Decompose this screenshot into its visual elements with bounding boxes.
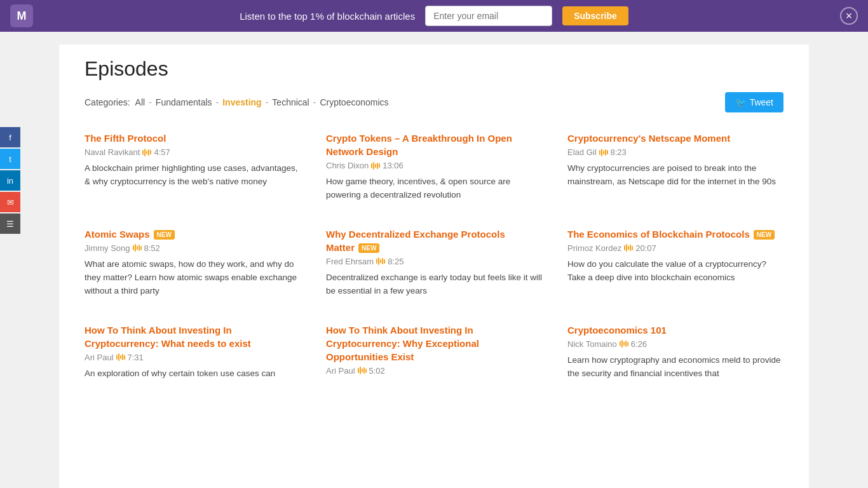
episode-meta: Naval Ravikant4:57	[85, 147, 301, 157]
close-banner-button[interactable]: ×	[840, 7, 858, 25]
episode-card: Cryptoeconomics 101Nick Tomaino6:26Learn…	[567, 323, 783, 381]
episode-meta: Elad Gil8:23	[567, 147, 783, 157]
episode-author: Naval Ravikant	[85, 147, 140, 157]
episode-description: An exploration of why certain token use …	[85, 367, 301, 381]
audio-icon	[116, 353, 125, 361]
bookmark-button[interactable]: ☰	[0, 214, 20, 234]
episode-card: Crypto Tokens – A Breakthrough In Open N…	[326, 132, 542, 202]
audio-icon	[599, 149, 608, 156]
tweet-label: Tweet	[750, 97, 773, 107]
episode-card: The Economics of Blockchain ProtocolsNEW…	[567, 227, 783, 298]
category-all[interactable]: All	[135, 97, 146, 107]
episodes-grid: The Fifth ProtocolNaval Ravikant4:57A bl…	[85, 132, 783, 381]
category-investing[interactable]: Investing	[222, 97, 261, 107]
episode-title[interactable]: The Fifth Protocol	[85, 132, 301, 145]
category-technical[interactable]: Technical	[272, 97, 309, 107]
tweet-button[interactable]: 🐦 Tweet	[725, 92, 783, 112]
episode-card: The Fifth ProtocolNaval Ravikant4:57A bl…	[85, 132, 301, 202]
episode-author: Jimmy Song	[85, 243, 130, 253]
subscribe-button[interactable]: Subscribe	[562, 6, 628, 25]
category-fundamentals[interactable]: Fundamentals	[156, 97, 212, 107]
episode-card: Why Decentralized Exchange Protocols Mat…	[326, 227, 542, 298]
categories-bar: Categories: All - Fundamentals - Investi…	[85, 92, 783, 112]
episode-meta: Fred Ehrsam8:25	[326, 257, 542, 266]
banner-text: Listen to the top 1% of blockchain artic…	[240, 11, 415, 22]
new-badge: NEW	[358, 243, 379, 253]
episode-author: Ari Paul	[326, 366, 355, 376]
episode-author: Fred Ehrsam	[326, 257, 374, 266]
episode-duration: 6:26	[631, 339, 647, 349]
episode-card: How To Think About Investing In Cryptocu…	[85, 323, 301, 381]
episode-description: A blockchain primer highlighting use cas…	[85, 162, 301, 189]
episode-title[interactable]: Atomic SwapsNEW	[85, 227, 301, 241]
episode-title[interactable]: How To Think About Investing In Cryptocu…	[85, 323, 301, 350]
new-badge: NEW	[154, 230, 175, 240]
episode-duration: 7:31	[128, 353, 144, 362]
episode-title[interactable]: How To Think About Investing In Cryptocu…	[326, 323, 542, 363]
episode-author: Elad Gil	[567, 147, 597, 157]
episode-author: Chris Dixon	[326, 161, 369, 170]
site-logo: M	[10, 4, 33, 27]
episode-meta: Primoz Kordez20:07	[567, 243, 783, 253]
episode-title[interactable]: Cryptoeconomics 101	[567, 323, 783, 337]
episode-title[interactable]: Why Decentralized Exchange Protocols Mat…	[326, 227, 542, 254]
new-badge: NEW	[754, 230, 775, 240]
episode-description: What are atomic swaps, how do they work,…	[85, 258, 301, 298]
episode-title[interactable]: The Economics of Blockchain ProtocolsNEW	[567, 227, 783, 241]
twitter-share-button[interactable]: t	[0, 149, 20, 169]
episode-title[interactable]: Crypto Tokens – A Breakthrough In Open N…	[326, 132, 542, 158]
twitter-icon: 🐦	[735, 97, 746, 107]
episode-duration: 13:06	[383, 161, 403, 170]
episode-meta: Ari Paul7:31	[85, 353, 301, 362]
page-title: Episodes	[85, 57, 783, 81]
episode-author: Nick Tomaino	[567, 339, 617, 349]
top-banner: M Listen to the top 1% of blockchain art…	[0, 0, 868, 32]
audio-icon	[376, 257, 385, 265]
facebook-share-button[interactable]: f	[0, 127, 20, 147]
audio-icon	[133, 244, 142, 252]
episode-meta: Nick Tomaino6:26	[567, 339, 783, 349]
audio-icon	[624, 244, 633, 252]
episode-card: Cryptocurrency's Netscape MomentElad Gil…	[567, 132, 783, 202]
audio-icon	[142, 149, 151, 156]
episode-author: Ari Paul	[85, 353, 114, 362]
episode-duration: 8:23	[611, 147, 627, 157]
categories-label: Categories:	[85, 97, 130, 107]
episode-duration: 5:02	[369, 366, 385, 376]
episode-card: How To Think About Investing In Cryptocu…	[326, 323, 542, 381]
episode-title[interactable]: Cryptocurrency's Netscape Moment	[567, 132, 783, 145]
social-sidebar: f t in ✉ ☰	[0, 127, 20, 235]
episode-duration: 8:52	[144, 243, 160, 253]
episode-meta: Jimmy Song8:52	[85, 243, 301, 253]
email-input[interactable]	[425, 6, 552, 26]
episode-meta: Chris Dixon13:06	[326, 161, 542, 170]
episode-card: Atomic SwapsNEWJimmy Song8:52What are at…	[85, 227, 301, 298]
episode-description: Learn how cryptography and economics mel…	[567, 354, 783, 381]
episode-duration: 20:07	[635, 243, 656, 253]
episode-duration: 4:57	[154, 147, 170, 157]
episode-description: How do you calculate the value of a cryp…	[567, 258, 783, 285]
episode-duration: 8:25	[388, 257, 403, 266]
email-share-button[interactable]: ✉	[0, 192, 20, 212]
episode-description: How game theory, incentives, & open sour…	[326, 175, 542, 202]
audio-icon	[358, 367, 367, 374]
episode-author: Primoz Kordez	[567, 243, 621, 253]
episode-meta: Ari Paul5:02	[326, 366, 542, 376]
linkedin-share-button[interactable]: in	[0, 170, 20, 191]
category-cryptoeconomics[interactable]: Cryptoeconomics	[320, 97, 388, 107]
episode-description: Why cryptocurrencies are poised to break…	[567, 162, 783, 189]
main-content: Episodes Categories: All - Fundamentals …	[59, 44, 809, 488]
audio-icon	[371, 162, 380, 170]
episode-description: Decentralized exchange is early today bu…	[326, 271, 542, 298]
audio-icon	[620, 340, 628, 348]
